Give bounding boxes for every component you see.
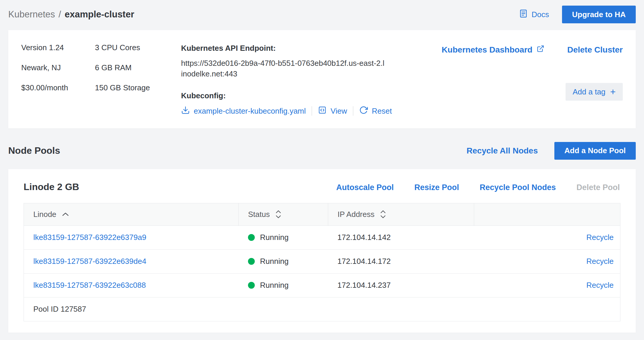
recycle-all-nodes-link[interactable]: Recycle All Nodes [466, 146, 538, 156]
status-running-icon [248, 234, 255, 241]
cluster-specs-column-2: 3 CPU Cores 6 GB RAM 150 GB Storage [95, 44, 181, 117]
delete-pool-link: Delete Pool [576, 183, 620, 192]
node-ip-address: 172.104.14.237 [328, 273, 474, 297]
column-header-actions [474, 203, 620, 225]
add-node-pool-button[interactable]: Add a Node Pool [554, 142, 636, 160]
status-running-icon [248, 258, 255, 265]
add-tag-button[interactable]: Add a tag + [566, 83, 623, 101]
top-bar: Kubernetes / example-cluster Docs Upgrad… [8, 5, 636, 24]
node-row: lke83159-127587-63922e6379a9 Running 172… [24, 225, 620, 249]
node-ip-address: 172.104.14.172 [328, 249, 474, 273]
cluster-price: $30.00/month [21, 84, 95, 91]
pool-head: Linode 2 GB Autoscale Pool Resize Pool R… [24, 182, 620, 192]
node-status: Running [260, 281, 289, 290]
recycle-pool-nodes-link[interactable]: Recycle Pool Nodes [480, 183, 556, 192]
kubeconfig-view-link[interactable]: View [318, 106, 347, 117]
view-label: View [331, 107, 347, 116]
kubeconfig-file-label: example-cluster-kubeconfig.yaml [194, 107, 306, 116]
node-status: Running [260, 257, 289, 266]
reset-icon [359, 106, 368, 117]
external-link-icon [537, 45, 544, 55]
pool-title: Linode 2 GB [24, 182, 79, 192]
kubeconfig-label: Kubeconfig: [181, 91, 430, 100]
node-label-link[interactable]: lke83159-127587-63922e6379a9 [33, 233, 146, 242]
kubernetes-dashboard-link[interactable]: Kubernetes Dashboard [442, 45, 544, 55]
cluster-specs-column-1: Version 1.24 Newark, NJ $30.00/month [21, 44, 95, 117]
cluster-storage: 150 GB Storage [95, 84, 181, 91]
view-code-icon [318, 106, 327, 117]
node-status: Running [260, 233, 289, 242]
cluster-cpu: 3 CPU Cores [95, 44, 181, 51]
sort-ascending-icon [62, 212, 69, 217]
status-running-icon [248, 282, 255, 289]
ip-column-label: IP Address [338, 210, 374, 219]
plus-icon: + [610, 87, 616, 97]
delete-cluster-link[interactable]: Delete Cluster [567, 45, 623, 55]
pool-id-label: Pool ID 127587 [24, 297, 620, 321]
summary-right-actions: Kubernetes Dashboard Delete Cluster Add … [442, 44, 623, 117]
api-endpoint-url: https://532de016-2b9a-47f0-b551-0763eb40… [181, 58, 385, 79]
divider [312, 106, 312, 116]
nodes-table: Linode Status [24, 203, 620, 321]
cluster-links-row: Kubernetes Dashboard Delete Cluster [442, 45, 623, 55]
docs-link[interactable]: Docs [519, 9, 549, 20]
download-icon [181, 106, 190, 117]
table-header-row: Linode Status [24, 203, 620, 225]
pool-action-links: Autoscale Pool Resize Pool Recycle Pool … [336, 183, 620, 192]
sort-both-icon [380, 210, 386, 219]
docs-label: Docs [532, 10, 549, 19]
breadcrumb: Kubernetes / example-cluster [8, 9, 134, 20]
kubeconfig-reset-link[interactable]: Reset [359, 106, 392, 117]
recycle-node-link[interactable]: Recycle [586, 257, 614, 266]
cluster-version: Version 1.24 [21, 44, 95, 51]
pool-footer-row: Pool ID 127587 [24, 297, 620, 321]
add-tag-label: Add a tag [573, 87, 605, 97]
divider [353, 106, 353, 116]
breadcrumb-cluster-name: example-cluster [65, 9, 134, 20]
column-header-ip-address[interactable]: IP Address [328, 203, 474, 225]
reset-label: Reset [372, 107, 392, 116]
node-label-link[interactable]: lke83159-127587-63922e639de4 [33, 257, 146, 266]
node-label-link[interactable]: lke83159-127587-63922e63c088 [33, 281, 146, 290]
dashboard-label: Kubernetes Dashboard [442, 45, 533, 55]
node-pools-header: Node Pools Recycle All Nodes Add a Node … [8, 142, 636, 160]
kubeconfig-download-link[interactable]: example-cluster-kubeconfig.yaml [181, 106, 306, 117]
node-pool-card: Linode 2 GB Autoscale Pool Resize Pool R… [8, 169, 636, 333]
autoscale-pool-link[interactable]: Autoscale Pool [336, 183, 394, 192]
recycle-node-link[interactable]: Recycle [586, 233, 614, 242]
breadcrumb-separator: / [59, 9, 61, 20]
node-pools-title: Node Pools [8, 145, 60, 156]
resize-pool-link[interactable]: Resize Pool [414, 183, 459, 192]
status-column-label: Status [248, 210, 270, 219]
node-ip-address: 172.104.14.142 [328, 225, 474, 249]
column-header-linode[interactable]: Linode [24, 203, 239, 225]
topbar-actions: Docs Upgrade to HA [519, 6, 636, 23]
page: Kubernetes / example-cluster Docs Upgrad… [0, 0, 644, 333]
node-row: lke83159-127587-63922e63c088 Running 172… [24, 273, 620, 297]
linode-column-label: Linode [33, 210, 56, 219]
upgrade-to-ha-button[interactable]: Upgrade to HA [562, 6, 636, 23]
sort-both-icon [275, 210, 282, 219]
recycle-node-link[interactable]: Recycle [586, 281, 614, 290]
api-endpoint-label: Kubernetes API Endpoint: [181, 44, 430, 53]
endpoint-block: Kubernetes API Endpoint: https://532de01… [181, 44, 442, 117]
cluster-region: Newark, NJ [21, 64, 95, 71]
breadcrumb-kubernetes-link[interactable]: Kubernetes [8, 9, 55, 20]
node-row: lke83159-127587-63922e639de4 Running 172… [24, 249, 620, 273]
kubeconfig-actions: example-cluster-kubeconfig.yaml View [181, 106, 430, 117]
column-header-status[interactable]: Status [239, 203, 328, 225]
cluster-summary-card: Version 1.24 Newark, NJ $30.00/month 3 C… [8, 30, 636, 128]
node-pools-actions: Recycle All Nodes Add a Node Pool [466, 142, 636, 160]
docs-icon [519, 9, 528, 20]
cluster-ram: 6 GB RAM [95, 64, 181, 71]
